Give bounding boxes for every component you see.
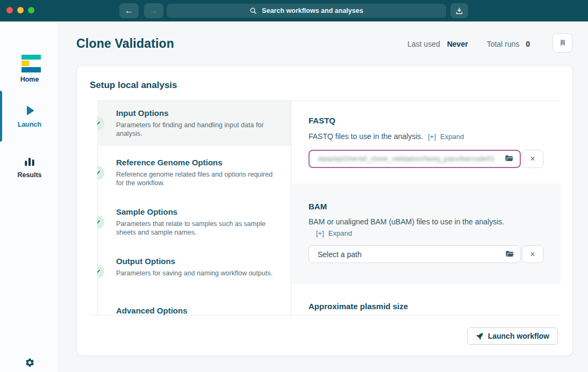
- launch-workflow-button[interactable]: Launch workflow: [467, 327, 558, 345]
- sidebar-item-results-label: Results: [0, 171, 59, 179]
- setup-body: Input Options Parameters for finding and…: [97, 100, 561, 316]
- step-description: Parameters that relate to samples such a…: [116, 220, 279, 237]
- expand-label: Expand: [328, 229, 352, 237]
- step-sample-options[interactable]: Sample Options Parameters that relate to…: [97, 200, 291, 245]
- bam-path-input[interactable]: Select a path: [309, 245, 521, 263]
- sidebar-item-settings[interactable]: Settings: [0, 358, 59, 372]
- bookmark-icon: [559, 39, 567, 47]
- setup-card: Setup local analysis Input Options Param…: [76, 65, 573, 356]
- back-arrow-icon: ←: [125, 6, 133, 16]
- bam-clear-button[interactable]: ×: [522, 245, 543, 263]
- forward-arrow-icon: →: [149, 6, 158, 16]
- search-placeholder: Search workflows and analyses: [262, 7, 363, 14]
- global-search-input[interactable]: Search workflows and analyses: [167, 4, 446, 18]
- step-description: Parameters for saving and naming workflo…: [116, 269, 279, 278]
- expand-bracket: [+]: [316, 229, 324, 237]
- fastq-field: FASTQ FASTQ files to use in the analysis…: [291, 101, 561, 184]
- titlebar: ← → Search workflows and analyses: [0, 0, 588, 21]
- search-icon: [249, 7, 257, 14]
- step-title: Advanced Options: [116, 306, 279, 315]
- close-window-button[interactable]: [6, 7, 13, 13]
- gear-icon: [25, 360, 35, 369]
- bam-field: BAM BAM or unaligned BAM (uBAM) files to…: [291, 184, 561, 284]
- step-title: Output Options: [116, 257, 279, 266]
- plasmid-size-heading: Approximate plasmid size: [309, 302, 561, 311]
- total-runs-label: Total runs: [487, 40, 520, 48]
- step-title: Input Options: [116, 108, 279, 118]
- folder-browse-icon[interactable]: [505, 155, 514, 163]
- clear-x-icon: ×: [530, 250, 535, 259]
- step-input-options[interactable]: Input Options Parameters for finding and…: [97, 101, 291, 146]
- total-runs-value: 0: [526, 40, 530, 48]
- check-icon: [97, 265, 104, 279]
- clear-x-icon: ×: [530, 154, 535, 164]
- rocket-icon: [476, 332, 484, 340]
- downloads-button[interactable]: [450, 3, 468, 18]
- minimize-window-button[interactable]: [17, 7, 24, 13]
- sidebar-item-launch-label: Launch: [0, 121, 59, 128]
- setup-card-title: Setup local analysis: [90, 80, 177, 91]
- check-icon: [97, 215, 104, 229]
- zoom-window-button[interactable]: [28, 7, 34, 13]
- last-used-label: Last used: [407, 40, 440, 48]
- parameters-panel: FASTQ FASTQ files to use in the analysis…: [291, 101, 561, 316]
- fastq-heading: FASTQ: [309, 116, 544, 125]
- download-icon: [455, 7, 463, 15]
- workflow-stats: Last used Never Total runs 0: [407, 40, 530, 48]
- step-description: Parameters for finding and handling inpu…: [116, 121, 279, 138]
- launch-workflow-label: Launch workflow: [488, 332, 549, 340]
- fastq-description: FASTQ files to use in the analysis.: [309, 132, 423, 141]
- bar-chart-icon: [24, 160, 35, 169]
- sidebar: Home Launch Results Settings: [0, 21, 59, 372]
- sidebar-item-launch[interactable]: Launch: [0, 105, 59, 128]
- bam-heading: BAM: [309, 202, 543, 211]
- step-output-options[interactable]: Output Options Parameters for saving and…: [97, 249, 291, 294]
- fastq-path-value-obscured: data/epi2me/wf_clone_validation/fastq_pa…: [318, 155, 495, 163]
- folder-browse-icon[interactable]: [505, 250, 514, 258]
- step-reference-genome-options[interactable]: Reference Genome Options Reference genom…: [97, 150, 291, 195]
- bam-path-placeholder: Select a path: [318, 250, 362, 259]
- app-window: ← → Search workflows and analyses Ho: [0, 0, 588, 372]
- sidebar-item-results[interactable]: Results: [0, 156, 59, 179]
- fastq-expand-link[interactable]: [+] Expand: [428, 133, 464, 141]
- last-used-value: Never: [447, 40, 468, 48]
- step-list: Input Options Parameters for finding and…: [97, 101, 291, 316]
- card-footer: Launch workflow: [90, 315, 560, 355]
- epi2me-logo: [21, 55, 41, 72]
- bam-description: BAM or unaligned BAM (uBAM) files to use…: [309, 217, 504, 226]
- check-icon: [97, 166, 104, 180]
- step-description: Reference genome related files and optio…: [116, 170, 279, 187]
- expand-label: Expand: [440, 133, 464, 141]
- step-title: Sample Options: [116, 207, 279, 216]
- forward-button[interactable]: →: [144, 3, 163, 18]
- fastq-path-input[interactable]: data/epi2me/wf_clone_validation/fastq_pa…: [309, 150, 521, 168]
- step-title: Reference Genome Options: [116, 158, 279, 167]
- page-title: Clone Validation: [76, 37, 174, 51]
- check-icon: [97, 116, 104, 130]
- expand-bracket: [+]: [428, 133, 436, 141]
- fastq-clear-button[interactable]: ×: [522, 150, 543, 168]
- back-button[interactable]: ←: [119, 3, 139, 18]
- sidebar-item-home[interactable]: Home: [0, 76, 59, 83]
- play-icon: [24, 109, 35, 118]
- step-advanced-options[interactable]: Advanced Options: [97, 298, 291, 316]
- bookmark-button[interactable]: [553, 33, 572, 53]
- bam-expand-link[interactable]: [+] Expand: [316, 229, 352, 237]
